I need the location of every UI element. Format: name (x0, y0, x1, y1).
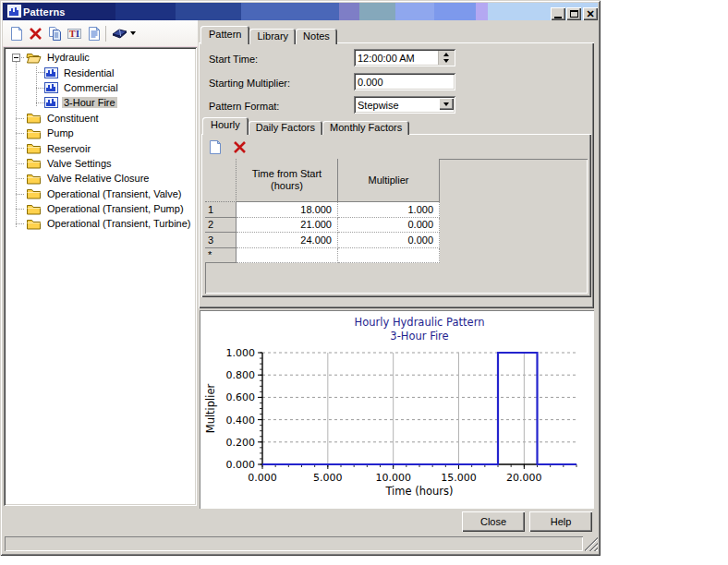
cell-multiplier[interactable]: 0.000 (338, 218, 440, 234)
tree-item-reservoir[interactable]: Reservoir (4, 140, 197, 155)
cell-multiplier[interactable]: 1.000 (338, 202, 440, 218)
tree-item-operational-transient-valve[interactable]: Operational (Transient, Valve) (4, 186, 197, 201)
tab-daily-factors[interactable]: Daily Factors (249, 121, 322, 135)
new-document-icon (9, 26, 24, 42)
row-header[interactable]: 3 (205, 233, 237, 248)
folder-icon (26, 173, 42, 185)
rename-icon: TI (67, 27, 82, 41)
starting-multiplier-label: Starting Multiplier: (209, 78, 290, 89)
tree-item-label: Residential (62, 67, 115, 78)
tree-item-operational-transient-turbine[interactable]: Operational (Transient, Turbine) (4, 216, 197, 231)
pattern-icon (44, 97, 58, 108)
cell-multiplier[interactable]: 0.000 (338, 233, 440, 248)
tree-item-label: Pump (45, 127, 76, 138)
folder-icon (26, 187, 42, 199)
folder-open-icon (26, 52, 42, 64)
dropdown-button[interactable] (439, 98, 454, 110)
tree-item-commercial[interactable]: Commercial (4, 80, 197, 95)
folder-icon (26, 127, 42, 139)
cell-time[interactable]: 21.000 (237, 218, 338, 234)
grid-corner-cell (205, 159, 237, 202)
tab-monthly-factors[interactable]: Monthly Factors (322, 121, 409, 135)
cell-time[interactable]: 24.000 (237, 233, 338, 248)
minimize-button[interactable] (551, 7, 565, 20)
help-book-button[interactable] (110, 24, 136, 43)
title-bar[interactable]: Patterns ✕ (3, 3, 598, 20)
cell-time[interactable]: 18.000 (237, 202, 338, 218)
close-window-button[interactable]: ✕ (583, 7, 598, 20)
table-row: 3 24.000 0.000 (205, 233, 588, 248)
tree-item-constituent[interactable]: Constituent (4, 111, 197, 126)
copy-pattern-button[interactable] (45, 24, 65, 43)
new-pattern-button[interactable] (6, 24, 26, 43)
svg-text:Multiplier: Multiplier (204, 383, 217, 433)
report-button[interactable] (84, 24, 103, 43)
pattern-format-label: Pattern Format: (209, 101, 279, 112)
start-time-input[interactable]: 12:00:00 AM (354, 49, 455, 66)
pattern-format-dropdown[interactable]: Stepwise (354, 96, 455, 114)
tree-collapse-toggle[interactable] (12, 54, 20, 62)
svg-text:10.000: 10.000 (375, 472, 411, 484)
pattern-icon (44, 67, 58, 78)
svg-text:T: T (69, 29, 76, 39)
tab-notes[interactable]: Notes (296, 29, 337, 44)
add-row-button[interactable] (205, 138, 224, 157)
column-header-multiplier: Multiplier (338, 159, 440, 202)
tree-item-label: Operational (Transient, Pump) (45, 203, 186, 214)
svg-text:Time (hours): Time (hours) (384, 485, 453, 498)
delete-row-button[interactable] (230, 138, 249, 157)
maximize-button[interactable] (566, 7, 581, 20)
dropdown-caret-icon (130, 31, 136, 35)
factor-tab-strip: Hourly Daily Factors Monthly Factors (202, 117, 409, 135)
hourly-pattern-grid: Time from Start (hours) Multiplier 1 18.… (205, 159, 588, 294)
tree-item-3-hour-fire[interactable]: 3-Hour Fire (4, 95, 197, 110)
cell-multiplier[interactable] (338, 248, 440, 264)
tree-item-label: Reservoir (45, 143, 92, 154)
tree-item-operational-transient-pump[interactable]: Operational (Transient, Pump) (4, 201, 197, 216)
pattern-format-value: Stepwise (358, 100, 399, 111)
spinner-up-button[interactable] (439, 51, 454, 58)
arrow-up-icon (443, 53, 449, 56)
delete-x-icon (233, 140, 247, 154)
svg-text:15.000: 15.000 (441, 472, 477, 484)
help-button[interactable]: Help (529, 511, 592, 532)
toolbar-separator (105, 26, 106, 42)
copy-icon (47, 26, 63, 42)
tab-pattern[interactable]: Pattern (200, 26, 249, 44)
svg-text:20.000: 20.000 (506, 472, 542, 484)
row-header[interactable]: 2 (205, 218, 237, 234)
delete-pattern-button[interactable] (26, 24, 45, 43)
svg-text:5.000: 5.000 (313, 472, 343, 484)
row-header[interactable]: 1 (205, 202, 237, 218)
svg-text:1.000: 1.000 (226, 347, 256, 359)
tree-item-hydraulic[interactable]: Hydraulic (4, 50, 197, 65)
column-header-time: Time from Start (hours) (237, 159, 338, 202)
report-icon (87, 26, 102, 42)
delete-x-icon (29, 27, 42, 41)
main-tab-strip: Pattern Library Notes (200, 26, 337, 44)
tab-library[interactable]: Library (249, 29, 296, 44)
grid-toolbar (205, 138, 390, 156)
rename-pattern-button[interactable]: TI (65, 24, 84, 43)
tab-hourly[interactable]: Hourly (202, 117, 249, 135)
tree-item-valve-relative-closure[interactable]: Valve Relative Closure (4, 171, 197, 186)
tree-item-residential[interactable]: Residential (4, 65, 197, 79)
starting-multiplier-input[interactable]: 0.000 (354, 73, 455, 90)
row-header-new[interactable]: * (205, 248, 237, 264)
chevron-down-icon (443, 102, 449, 106)
svg-text:0.000: 0.000 (248, 472, 277, 484)
table-row: 1 18.000 1.000 (205, 202, 588, 218)
close-button[interactable]: Close (462, 511, 525, 532)
tree-item-pump[interactable]: Pump (4, 126, 197, 140)
resize-grip[interactable] (585, 537, 598, 551)
desktop-background: Patterns ✕ TI Hydraulic Residential (0, 0, 728, 565)
grid-header-row: Time from Start (hours) Multiplier (205, 159, 588, 202)
patterns-dialog-window: Patterns ✕ TI Hydraulic Residential (0, 0, 601, 556)
spinner-down-button[interactable] (439, 58, 454, 66)
cell-time[interactable] (237, 248, 338, 264)
folder-icon (26, 157, 42, 169)
tree-item-label: Commercial (62, 82, 120, 93)
hourly-pattern-chart: Hourly Hydraulic Pattern3-Hour Fire0.000… (201, 312, 592, 507)
tree-item-valve-settings[interactable]: Valve Settings (4, 156, 197, 171)
table-row: 2 21.000 0.000 (205, 218, 588, 234)
